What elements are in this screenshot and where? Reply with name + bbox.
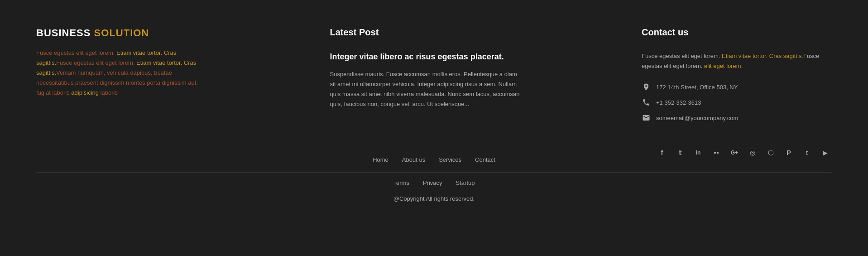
brand-title: BUSINESS SOLUTION [36, 27, 208, 39]
flickr-icon[interactable]: ●● [710, 146, 723, 159]
email-icon [642, 113, 651, 122]
youtube-icon[interactable]: ▶ [818, 146, 832, 159]
instagram-icon[interactable]: ⬡ [764, 146, 777, 159]
footer-nav: Home About us Services Contact [235, 152, 633, 168]
tumblr-icon[interactable]: t [800, 146, 814, 159]
contact-description: Fusce egestas elit eget lorem. Etiam vit… [642, 51, 832, 71]
link-startup[interactable]: Startup [456, 179, 475, 186]
contact-phone-item: +1 352-332-3613 [642, 98, 832, 107]
contact-title: Contact us [642, 27, 832, 38]
contact-phone: +1 352-332-3613 [656, 99, 701, 106]
footer-links: Terms Privacy Startup [0, 175, 868, 191]
contact-link-1[interactable]: Etiam vitae tortor. Cras sagittis. [722, 53, 803, 59]
contact-address-item: 172 14th Street, Office 503, NY [642, 82, 832, 92]
linkedin-icon[interactable]: in [691, 146, 705, 159]
googleplus-icon[interactable]: G+ [728, 146, 741, 159]
nav-contact[interactable]: Contact [475, 156, 495, 163]
brand-description: Fusce egestas elit eget lorem. Etiam vit… [36, 48, 208, 98]
brand-column: BUSINESS SOLUTION Fusce egestas elit ege… [36, 27, 208, 129]
twitter-icon[interactable]: 𝕥 [673, 146, 687, 159]
brand-title-main: BUSINESS [36, 27, 94, 39]
post-heading: Integer vitae libero ac risus egestas pl… [330, 51, 520, 63]
nav-services[interactable]: Services [439, 156, 461, 163]
footer-bottom: Terms Privacy Startup @Copyright All rig… [0, 173, 868, 211]
nav-home[interactable]: Home [373, 156, 388, 163]
copyright-text: @Copyright All rights reserved. [0, 191, 868, 211]
post-excerpt: Suspendisse mauris. Fusce accumsan molli… [330, 69, 520, 109]
contact-address: 172 14th Street, Office 503, NY [656, 84, 738, 91]
latest-post-column: Latest Post Integer vitae libero ac risu… [330, 27, 520, 129]
phone-icon [642, 98, 651, 107]
brand-title-accent: SOLUTION [94, 27, 149, 39]
contact-email: someemail@yourcompany.com [656, 115, 738, 121]
rss-icon[interactable]: ◎ [746, 146, 759, 159]
pinterest-icon[interactable]: P [782, 146, 796, 159]
facebook-icon[interactable]: f [655, 146, 669, 159]
contact-column: Contact us Fusce egestas elit eget lorem… [642, 27, 832, 129]
contact-email-item: someemail@yourcompany.com [642, 113, 832, 122]
nav-about[interactable]: About us [402, 156, 425, 163]
social-icons-row: f 𝕥 in ●● G+ ◎ ⬡ P t ▶ [633, 146, 832, 159]
brand-link-3[interactable]: adipisicing [71, 89, 99, 96]
footer-main: BUSINESS SOLUTION Fusce egestas elit ege… [0, 0, 868, 147]
link-terms[interactable]: Terms [393, 179, 409, 186]
contact-link-2[interactable]: elit eget lorem. [704, 63, 743, 69]
latest-post-title: Latest Post [330, 27, 520, 38]
location-icon [642, 82, 651, 92]
link-privacy[interactable]: Privacy [423, 179, 442, 186]
